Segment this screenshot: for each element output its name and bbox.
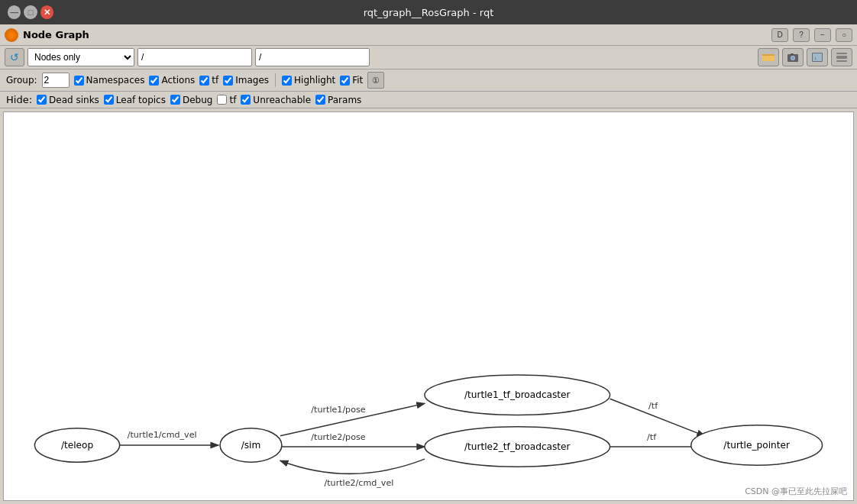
highlight-checkbox[interactable] <box>282 76 292 86</box>
svg-text:↓: ↓ <box>814 56 817 60</box>
undock-button[interactable]: ○ <box>836 28 852 42</box>
app-title: Node Graph <box>23 29 89 40</box>
app-window: Node Graph D ? − ○ ↺ Nodes only Nodes/To… <box>0 24 857 504</box>
highlight-option[interactable]: Highlight <box>282 75 335 86</box>
group-label: Group: <box>6 75 37 86</box>
node-turtle1-tf-label: /turtle1_tf_broadcaster <box>464 389 571 400</box>
svg-point-5 <box>791 57 794 60</box>
debug-checkbox[interactable] <box>170 95 180 105</box>
edge-label-turtle1-pose: /turtle1/pose <box>311 405 365 415</box>
filter2-input[interactable] <box>255 48 370 66</box>
save-screenshot-button[interactable] <box>782 48 804 66</box>
titlebar: — □ ✕ rqt_graph__RosGraph - rqt <box>0 0 857 24</box>
actions-checkbox[interactable] <box>149 76 159 86</box>
svg-rect-12 <box>836 60 847 62</box>
namespaces-checkbox[interactable] <box>74 76 84 86</box>
fit-view-button[interactable]: ① <box>367 72 384 89</box>
settings-button[interactable] <box>831 48 852 66</box>
refresh-button[interactable]: ↺ <box>5 48 24 66</box>
window-title: rqt_graph__RosGraph - rqt <box>53 7 804 18</box>
hide-tf-checkbox[interactable] <box>217 95 227 105</box>
fit-option[interactable]: Fit <box>340 75 363 86</box>
minimize-button[interactable]: — <box>8 5 21 19</box>
watermark: CSDN @事已至此先拉屎吧 <box>745 486 847 497</box>
unreachable-option[interactable]: Unreachable <box>241 95 311 105</box>
node-turtle-pointer-label: /turtle_pointer <box>723 440 790 451</box>
node-turtle2-tf-label: /turtle2_tf_broadcaster <box>464 441 571 452</box>
images-checkbox[interactable] <box>223 76 233 86</box>
minus-button[interactable]: − <box>814 28 831 42</box>
load-button[interactable] <box>758 48 779 66</box>
export-button[interactable]: ↓ <box>807 48 828 66</box>
actions-option[interactable]: Actions <box>149 75 195 86</box>
app-icon <box>5 28 18 42</box>
edge-label-cmd-vel: /turtle1/cmd_vel <box>128 430 197 440</box>
app-titlebar-right: D ? − ○ <box>771 28 852 42</box>
unreachable-checkbox[interactable] <box>241 95 251 105</box>
options-row: Group: Namespaces Actions tf Images High… <box>0 69 857 92</box>
leaf-topics-checkbox[interactable] <box>104 95 114 105</box>
dead-sinks-checkbox[interactable] <box>37 95 47 105</box>
filter1-input[interactable] <box>137 48 252 66</box>
folder-open-icon <box>762 52 775 63</box>
settings-icon <box>836 52 848 63</box>
group-spinbox[interactable] <box>42 73 70 88</box>
fit-checkbox[interactable] <box>340 76 350 86</box>
edge-label-tf1: /tf <box>648 401 658 411</box>
help-d-button[interactable]: D <box>771 28 788 42</box>
namespaces-option[interactable]: Namespaces <box>74 75 145 86</box>
app-titlebar: Node Graph D ? − ○ <box>0 24 857 46</box>
leaf-topics-option[interactable]: Leaf topics <box>104 95 166 105</box>
debug-option[interactable]: Debug <box>170 95 212 105</box>
edge-label-tf2: /tf <box>647 432 657 442</box>
node-sim-label: /sim <box>241 440 261 451</box>
params-checkbox[interactable] <box>315 95 325 105</box>
node-teleop-label: /teleop <box>61 440 94 451</box>
close-button[interactable]: ✕ <box>40 5 53 19</box>
svg-rect-6 <box>791 53 794 55</box>
tf-option[interactable]: tf <box>199 75 218 86</box>
dead-sinks-option[interactable]: Dead sinks <box>37 95 99 105</box>
images-option[interactable]: Images <box>223 75 269 86</box>
toolbar-row1: ↺ Nodes only Nodes/Topics (all) Nodes/To… <box>0 46 857 69</box>
export-icon: ↓ <box>811 52 823 63</box>
edge-label-turtle2-pose: /turtle2/pose <box>311 432 365 442</box>
svg-rect-11 <box>836 53 847 54</box>
display-mode-select[interactable]: Nodes only Nodes/Topics (all) Nodes/Topi… <box>27 48 134 66</box>
graph-svg: /turtle1/cmd_vel /turtle1/pose /turtle2/… <box>4 112 853 500</box>
edge-turtle2tf-sim <box>280 459 425 473</box>
separator1 <box>275 73 276 87</box>
camera-icon <box>787 52 799 63</box>
hide-label: Hide: <box>6 94 32 105</box>
maximize-button[interactable]: □ <box>24 5 37 19</box>
svg-rect-10 <box>836 56 847 59</box>
tf-checkbox[interactable] <box>199 76 209 86</box>
svg-rect-2 <box>762 56 775 61</box>
hide-tf-option[interactable]: tf <box>217 95 236 105</box>
hide-row: Hide: Dead sinks Leaf topics Debug tf Un… <box>0 92 857 108</box>
params-option[interactable]: Params <box>315 95 361 105</box>
graph-area[interactable]: /turtle1/cmd_vel /turtle1/pose /turtle2/… <box>3 111 854 501</box>
edge-label-turtle2-cmd-vel: /turtle2/cmd_vel <box>325 478 394 488</box>
help-button[interactable]: ? <box>793 28 810 42</box>
